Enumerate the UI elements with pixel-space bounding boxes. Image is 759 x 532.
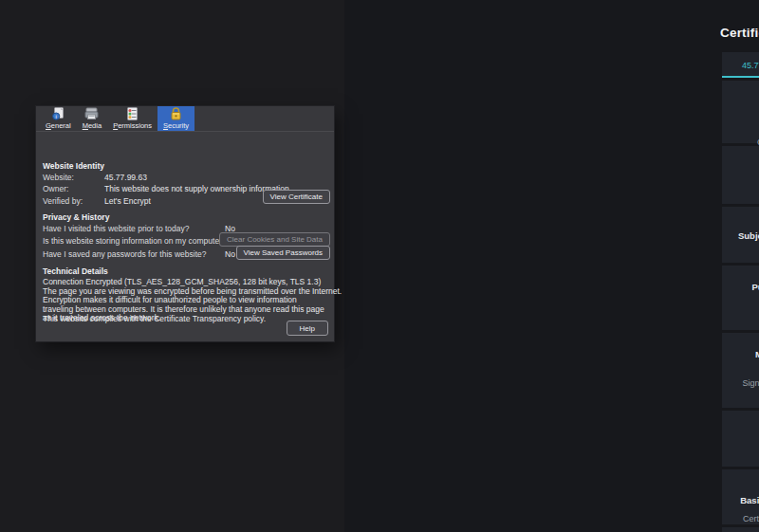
cert-row: SHA-256F2:A7:56:3F:B5:50:B0:35:E5:50:33:… bbox=[722, 446, 759, 456]
row-label: Organization bbox=[722, 126, 759, 137]
general-page-icon: i bbox=[51, 107, 65, 120]
section-title: Miscellaneous bbox=[755, 349, 759, 359]
storing-question: Is this website storing information on m… bbox=[43, 236, 227, 246]
section-issuer-name: Issuer Name CountryUS OrganizationLet's … bbox=[722, 81, 759, 143]
view-certificate-button[interactable]: View Certificate bbox=[263, 190, 330, 204]
row-label: Country bbox=[722, 116, 759, 126]
cert-row: Key Size256 bbox=[722, 311, 759, 321]
row-label: Key Size bbox=[722, 311, 759, 321]
row-label: Not Before bbox=[722, 181, 759, 192]
verified-by-label: Verified by: bbox=[43, 196, 83, 206]
tab-media[interactable]: Media bbox=[77, 106, 107, 131]
website-value: 45.77.99.63 bbox=[104, 173, 147, 182]
view-saved-passwords-button[interactable]: View Saved Passwords bbox=[236, 246, 330, 260]
permissions-icon bbox=[125, 107, 139, 120]
row-label: IP Address bbox=[722, 249, 759, 260]
tls-summary-line: Connection Encrypted (TLS_AES_128_GCM_SH… bbox=[43, 277, 321, 286]
tab-general[interactable]: i General bbox=[40, 106, 77, 131]
section-validity: Validity Not BeforeThu, 15 Jan 2026 05:2… bbox=[722, 146, 759, 204]
row-label: Download bbox=[722, 400, 759, 411]
cert-row: Not BeforeThu, 15 Jan 2026 05:23:40 GMT bbox=[722, 181, 759, 192]
cert-row: Serial Number05:4E:7D:F4:FD:9A:69:53:79:… bbox=[722, 368, 759, 378]
section-fingerprints: Fingerprints SHA-256F2:A7:56:3F:B5:50:B0… bbox=[722, 411, 759, 467]
row-label: SHA-1 bbox=[722, 456, 759, 467]
cert-row: Signature AlgorithmECDSA with SHA-384 bbox=[722, 378, 759, 389]
security-tab-panel: Website Identity Website: 45.77.99.63 Ow… bbox=[36, 133, 334, 341]
cert-row: Not AfterWed, 21 Jan 2026 21:23:39 GMT bbox=[722, 192, 759, 202]
tab-label: Media bbox=[83, 121, 102, 130]
certificate-viewer-viewport: Certificate 45.77.99.63 YE2 Root YE ISRG… bbox=[344, 0, 759, 532]
cert-tab-leaf[interactable]: 45.77.99.63 bbox=[722, 52, 759, 78]
website-label: Website: bbox=[43, 173, 74, 182]
row-label: Serial Number bbox=[722, 368, 759, 378]
section-title: Basic Constraints bbox=[740, 495, 759, 505]
tab-label: General bbox=[46, 121, 71, 130]
cert-row: Version3 bbox=[722, 390, 759, 400]
section-title: Public Key Info bbox=[751, 282, 759, 292]
tab-security[interactable]: Security bbox=[157, 106, 194, 131]
website-identity-heading: Website Identity bbox=[43, 161, 104, 171]
certificate-tab-strip: 45.77.99.63 YE2 Root YE ISRG Root X2 bbox=[722, 52, 759, 78]
page-info-dialog: i General Media Permissions bbox=[36, 106, 334, 341]
row-label: Version bbox=[722, 390, 759, 400]
tab-label: Security bbox=[163, 121, 189, 130]
next-section-peek bbox=[722, 527, 759, 532]
cert-row: CountryUS bbox=[722, 116, 759, 126]
section-miscellaneous: Miscellaneous Serial Number05:4E:7D:F4:F… bbox=[722, 333, 759, 408]
cert-row: Public Value04:12:51:39:AD:7E:F9:71:9B:9… bbox=[722, 322, 759, 333]
section-public-key-info: Public Key Info AlgorithmElliptic Curve … bbox=[722, 266, 759, 330]
cert-row: Certificate AuthorityNo bbox=[722, 514, 759, 524]
technical-details-heading: Technical Details bbox=[43, 266, 108, 276]
section-title: Subject Alt Names bbox=[738, 230, 759, 241]
cert-row: OrganizationLet's Encrypt bbox=[722, 126, 759, 137]
tab-permissions[interactable]: Permissions bbox=[107, 106, 157, 131]
cert-row: DownloadPEM (cert)PEM (chain) bbox=[722, 400, 759, 411]
row-label: Signature Algorithm bbox=[722, 378, 759, 389]
cert-row: IP Address45.77.99.63 bbox=[722, 249, 759, 260]
media-icon bbox=[84, 107, 99, 120]
cert-row: SHA-1F5:9F:6E:68:15:DE:31:53:B2:4C:71:80… bbox=[722, 456, 759, 467]
row-label: Not After bbox=[722, 192, 759, 202]
row-label: Algorithm bbox=[722, 301, 759, 311]
help-button[interactable]: Help bbox=[287, 321, 328, 336]
certificate-page-title: Certificate bbox=[720, 26, 759, 40]
verified-by-value: Let's Encrypt bbox=[104, 196, 151, 206]
passwords-answer: No bbox=[225, 249, 235, 259]
ct-policy-line: This website complies with the Certifica… bbox=[43, 314, 266, 323]
clear-cookies-button[interactable]: Clear Cookies and Site Data bbox=[219, 232, 330, 247]
row-label: SHA-256 bbox=[722, 446, 759, 456]
row-label: Public Value bbox=[722, 322, 759, 333]
section-basic-constraints: i Basic Constraints Certificate Authorit… bbox=[722, 469, 759, 524]
section-subject-alt-names: i Subject Alt Names IP Address45.77.99.6… bbox=[722, 207, 759, 263]
page-info-tab-bar: i General Media Permissions bbox=[36, 106, 334, 132]
passwords-question: Have I saved any passwords for this webs… bbox=[43, 249, 206, 259]
row-label: Certificate Authority bbox=[722, 514, 759, 524]
cert-row: AlgorithmElliptic Curve bbox=[722, 301, 759, 311]
svg-text:i: i bbox=[55, 114, 56, 119]
privacy-history-heading: Privacy & History bbox=[43, 212, 109, 222]
tab-label: Permissions bbox=[113, 121, 152, 130]
security-lock-icon bbox=[169, 107, 183, 120]
owner-label: Owner: bbox=[43, 184, 68, 193]
visited-question: Have I visited this website prior to tod… bbox=[43, 224, 190, 233]
